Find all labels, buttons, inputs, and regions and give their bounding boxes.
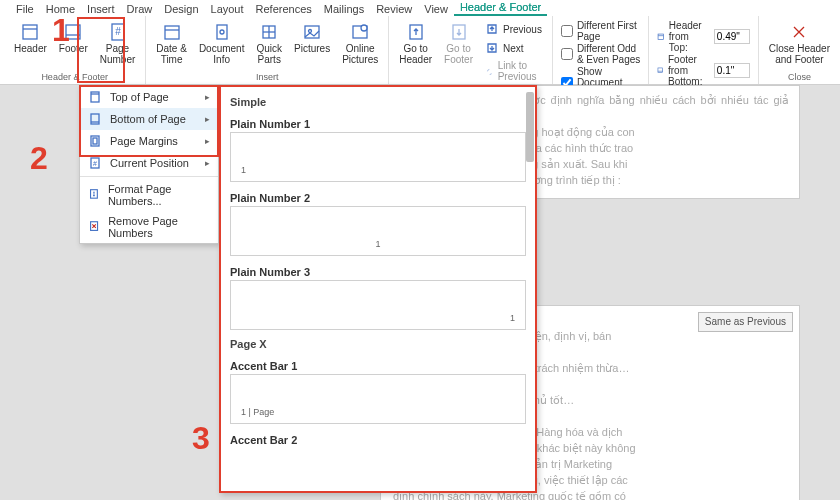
tab-review[interactable]: Review bbox=[370, 2, 418, 16]
footer-from-bottom[interactable]: Footer from Bottom: bbox=[657, 54, 749, 87]
close-icon bbox=[789, 22, 809, 42]
document-info-button[interactable]: Document Info bbox=[197, 20, 247, 67]
bottom-of-page-icon bbox=[88, 112, 102, 126]
gallery-scrollbar[interactable] bbox=[526, 92, 534, 162]
tab-view[interactable]: View bbox=[418, 2, 454, 16]
goto-header-icon bbox=[406, 22, 426, 42]
menu-current-position[interactable]: #Current Position▸ bbox=[80, 152, 218, 174]
menu-remove-page-numbers[interactable]: Remove Page Numbers bbox=[80, 211, 218, 243]
gallery-item-title: Plain Number 3 bbox=[230, 260, 526, 280]
menu-page-margins[interactable]: Page Margins▸ bbox=[80, 130, 218, 152]
tab-home[interactable]: Home bbox=[40, 2, 81, 16]
online-picture-icon bbox=[350, 22, 370, 42]
gallery-item-plain-number-1[interactable]: 1 bbox=[230, 132, 526, 182]
menu-format-page-numbers[interactable]: Format Page Numbers... bbox=[80, 179, 218, 211]
gallery-category-pagex: Page X bbox=[230, 334, 526, 354]
tab-draw[interactable]: Draw bbox=[121, 2, 159, 16]
different-first-page-checkbox[interactable]: Different First Page bbox=[561, 20, 641, 42]
chevron-right-icon: ▸ bbox=[205, 114, 210, 124]
gallery-category-simple: Simple bbox=[230, 92, 526, 112]
svg-text:#: # bbox=[115, 26, 121, 37]
gallery-item-title: Plain Number 1 bbox=[230, 112, 526, 132]
svg-text:#: # bbox=[93, 160, 97, 167]
next-icon bbox=[485, 41, 499, 55]
svg-rect-28 bbox=[93, 138, 97, 144]
previous-button[interactable]: Previous bbox=[483, 20, 544, 38]
svg-rect-13 bbox=[305, 26, 319, 38]
svg-rect-0 bbox=[23, 25, 37, 39]
svg-point-14 bbox=[309, 30, 312, 33]
tab-bar: File Home Insert Draw Design Layout Refe… bbox=[0, 0, 840, 16]
gallery-item-plain-number-3[interactable]: 1 bbox=[230, 280, 526, 330]
remove-icon bbox=[88, 220, 100, 234]
pictures-button[interactable]: Pictures bbox=[292, 20, 332, 56]
svg-rect-21 bbox=[658, 68, 663, 73]
next-button[interactable]: Next bbox=[483, 39, 544, 57]
footer-bottom-icon bbox=[657, 64, 664, 78]
group-header-footer: Header & Footer bbox=[41, 71, 108, 82]
page-margins-icon bbox=[88, 134, 102, 148]
footer-from-bottom-input[interactable] bbox=[714, 63, 750, 78]
tab-layout[interactable]: Layout bbox=[205, 2, 250, 16]
same-as-previous-badge: Same as Previous bbox=[698, 312, 793, 332]
gallery-item-accent-bar-1[interactable]: 1 | Page bbox=[230, 374, 526, 424]
header-from-top-input[interactable] bbox=[714, 29, 750, 44]
previous-icon bbox=[485, 22, 499, 36]
header-icon bbox=[20, 22, 40, 42]
goto-footer-button[interactable]: Go to Footer bbox=[442, 20, 475, 67]
link-icon bbox=[485, 64, 494, 78]
svg-rect-2 bbox=[66, 25, 80, 39]
svg-point-16 bbox=[361, 25, 367, 31]
header-top-icon bbox=[657, 30, 664, 44]
tab-references[interactable]: References bbox=[250, 2, 318, 16]
tab-design[interactable]: Design bbox=[158, 2, 204, 16]
gallery-item-title: Plain Number 2 bbox=[230, 186, 526, 206]
online-pictures-button[interactable]: Online Pictures bbox=[340, 20, 380, 67]
date-time-button[interactable]: Date & Time bbox=[154, 20, 189, 67]
tab-file[interactable]: File bbox=[10, 2, 40, 16]
calendar-icon bbox=[162, 22, 182, 42]
page-number-button[interactable]: # Page Number bbox=[98, 20, 138, 67]
ribbon: Header Footer # Page Number Header & Foo… bbox=[0, 16, 840, 85]
svg-rect-8 bbox=[217, 25, 227, 39]
gallery-item-title: Accent Bar 1 bbox=[230, 354, 526, 374]
page-number-icon: # bbox=[108, 22, 128, 42]
quick-parts-icon bbox=[259, 22, 279, 42]
tab-mailings[interactable]: Mailings bbox=[318, 2, 370, 16]
menu-bottom-of-page[interactable]: Bottom of Page▸ bbox=[80, 108, 218, 130]
footer-icon bbox=[63, 22, 83, 42]
goto-footer-icon bbox=[449, 22, 469, 42]
goto-header-button[interactable]: Go to Header bbox=[397, 20, 434, 67]
different-odd-even-checkbox[interactable]: Different Odd & Even Pages bbox=[561, 43, 641, 65]
picture-icon bbox=[302, 22, 322, 42]
page-number-menu: Top of Page▸ Bottom of Page▸ Page Margin… bbox=[79, 85, 219, 244]
doc-info-icon bbox=[212, 22, 232, 42]
chevron-right-icon: ▸ bbox=[205, 92, 210, 102]
footer-button[interactable]: Footer bbox=[57, 20, 90, 56]
menu-top-of-page[interactable]: Top of Page▸ bbox=[80, 86, 218, 108]
chevron-right-icon: ▸ bbox=[205, 158, 210, 168]
tab-insert[interactable]: Insert bbox=[81, 2, 121, 16]
format-icon bbox=[88, 188, 100, 202]
tab-header-footer[interactable]: Header & Footer bbox=[454, 0, 547, 16]
quick-parts-button[interactable]: Quick Parts bbox=[254, 20, 284, 67]
top-of-page-icon bbox=[88, 90, 102, 104]
svg-rect-6 bbox=[165, 26, 179, 39]
chevron-right-icon: ▸ bbox=[205, 136, 210, 146]
close-header-footer-button[interactable]: Close Header and Footer bbox=[767, 20, 832, 67]
gallery-item-plain-number-2[interactable]: 1 bbox=[230, 206, 526, 256]
group-insert: Insert bbox=[256, 71, 279, 82]
header-from-top[interactable]: Header from Top: bbox=[657, 20, 749, 53]
svg-point-9 bbox=[220, 30, 224, 34]
header-button[interactable]: Header bbox=[12, 20, 49, 56]
svg-rect-19 bbox=[658, 34, 663, 39]
current-position-icon: # bbox=[88, 156, 102, 170]
group-close: Close bbox=[788, 71, 811, 82]
gallery-item-title: Accent Bar 2 bbox=[230, 428, 526, 448]
page-number-gallery: Simple Plain Number 1 1 Plain Number 2 1… bbox=[219, 85, 537, 493]
link-previous-button[interactable]: Link to Previous bbox=[483, 58, 544, 84]
